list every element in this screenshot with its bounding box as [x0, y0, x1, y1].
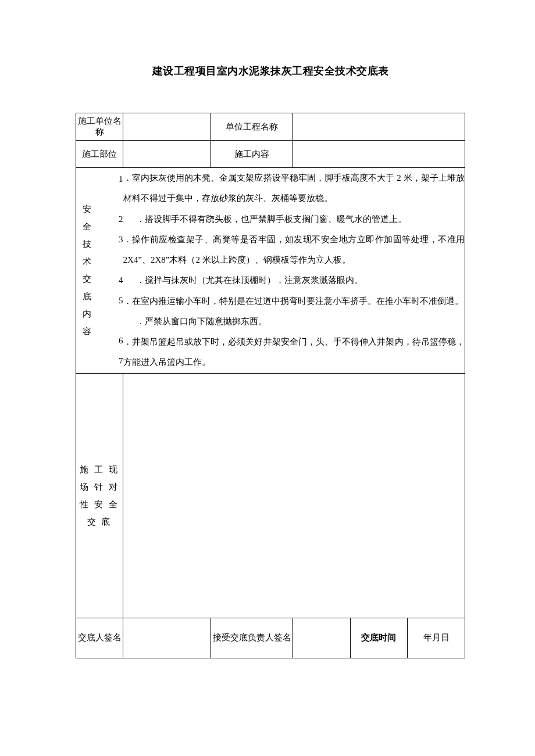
label-project-name: 单位工程名称: [211, 113, 293, 141]
page-title: 建设工程项目室内水泥浆抹灰工程安全技术交底表: [76, 64, 465, 78]
label-disclosure-time: 交底时间: [350, 618, 408, 658]
value-disclosure-time[interactable]: 年月日: [408, 618, 465, 658]
section-label-safety-content: 安 全 技 术 交 底 内 容: [76, 168, 100, 374]
site-specific-content[interactable]: [123, 373, 465, 618]
value-discloser-signature[interactable]: [123, 618, 211, 658]
label-construction-unit: 施工单位名称: [76, 113, 123, 141]
label-discloser-signature: 交底人签名: [76, 618, 123, 658]
label-receiver-signature: 接受交底负责人签名: [211, 618, 293, 658]
clause-no: 2: [99, 209, 123, 230]
form-table: 施工单位名称 单位工程名称 施工部位 施工内容 安 全 技 术 交 底 内 容 …: [76, 113, 465, 658]
clause-no: 3: [99, 230, 123, 250]
value-project-name[interactable]: [293, 113, 465, 141]
clause-text: ．严禁从窗口向下随意抛掷东西。: [123, 311, 465, 332]
value-construction-unit[interactable]: [123, 113, 211, 141]
clause-no: 6: [99, 331, 123, 351]
clause-text: ．搅拌与抹灰时（尤其在抹顶棚时），注意灰浆溅落眼内。: [123, 270, 465, 291]
value-receiver-signature[interactable]: [293, 618, 351, 658]
safety-content-body: ．室内抹灰使用的木凳、金属支架应搭设平稳牢固，脚手板高度不大于 2 米，架子上堆…: [123, 168, 465, 374]
value-construction-part[interactable]: [123, 141, 211, 168]
value-construction-content[interactable]: [293, 141, 465, 168]
clause-no: 5: [99, 291, 123, 311]
label-construction-part: 施工部位: [76, 141, 123, 168]
section-label-site-specific: 施 工 现 场 针 对 性 安 全 交 底: [76, 373, 123, 618]
clause-no: 1: [99, 169, 123, 189]
clause-no: 7: [99, 351, 123, 371]
label-construction-content: 施工内容: [211, 141, 293, 168]
clause-text: ．操作前应检查架子、高凳等是否牢固，如发现不安全地方立即作加固等处理，不准用 2…: [123, 230, 465, 271]
clause-text: ．在室内推运输小车时，特别是在过道中拐弯时要注意小车挤手。在推小车时不准倒退。: [123, 291, 465, 311]
clause-text: ．室内抹灰使用的木凳、金属支架应搭设平稳牢固，脚手板高度不大于 2 米，架子上堆…: [123, 168, 465, 209]
clause-text: ．井架吊篮起吊或放下时，必须关好井架安全门，头、手不得伸入井架内，待吊篮停稳，方…: [123, 332, 465, 373]
clause-text: ．搭设脚手不得有跷头板，也严禁脚手板支搁门窗、暖气水的管道上。: [123, 209, 465, 230]
clause-no: 4: [99, 270, 123, 291]
clause-number-column: 1 2 3 4 5 6 7: [99, 168, 123, 374]
